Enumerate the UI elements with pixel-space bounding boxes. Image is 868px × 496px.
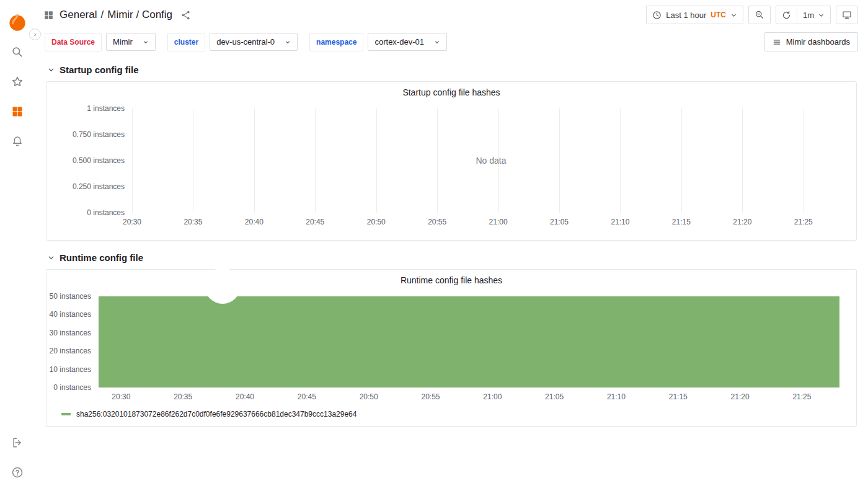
- dashboard-content: Startup config file Startup config file …: [35, 58, 868, 496]
- dashboard-name[interactable]: Mimir / Config: [107, 9, 172, 21]
- y-tick-label: 1 instances: [87, 104, 125, 113]
- x-tick-label: 20:50: [360, 392, 378, 401]
- y-tick-label: 0.500 instances: [73, 156, 125, 165]
- chevron-down-icon: [47, 254, 55, 262]
- no-data-label: No data: [132, 108, 850, 213]
- x-tick-label: 21:05: [545, 392, 564, 401]
- zoom-out-button[interactable]: [748, 6, 771, 24]
- x-tick-label: 21:00: [489, 218, 508, 226]
- x-tick-label: 21:05: [550, 218, 569, 226]
- variable-value-namespace: cortex-dev-01: [374, 37, 423, 46]
- x-axis: 20:3020:3520:4020:4520:5020:5521:0021:05…: [132, 213, 850, 229]
- zoom-out-icon: [755, 10, 764, 20]
- variable-label-cluster: cluster: [167, 33, 205, 51]
- y-axis: 50 instances40 instances30 instances20 i…: [53, 296, 99, 388]
- row-runtime-config[interactable]: Runtime config file: [46, 247, 857, 269]
- panel-runtime-config-hashes: Runtime config file hashes 50 instances4…: [46, 269, 857, 427]
- x-tick-label: 21:10: [611, 218, 629, 226]
- startup-config-chart: 1 instances0.750 instances0.500 instance…: [53, 108, 850, 213]
- x-tick-label: 21:25: [794, 218, 813, 226]
- row-title: Startup config file: [60, 64, 139, 75]
- x-tick-label: 20:45: [306, 218, 324, 226]
- header-actions: Last 1 hour UTC: [646, 6, 858, 24]
- x-tick-label: 20:30: [112, 392, 130, 401]
- mimir-dashboards-label: Mimir dashboards: [786, 37, 850, 46]
- x-tick-label: 20:30: [123, 218, 141, 226]
- refresh-icon: [782, 11, 791, 20]
- plot-area: 20:3020:3520:4020:4520:5020:5521:0021:05…: [99, 296, 850, 388]
- y-tick-label: 0.250 instances: [73, 182, 125, 191]
- variable-label-namespace: namespace: [309, 33, 363, 51]
- clock-icon: [652, 11, 662, 20]
- favorites-star-icon[interactable]: [7, 71, 28, 92]
- chevron-down-icon: [434, 39, 440, 45]
- runtime-config-chart: 50 instances40 instances30 instances20 i…: [53, 296, 850, 388]
- variable-value-datasource: Mimir: [113, 37, 133, 46]
- help-icon[interactable]: [7, 462, 28, 483]
- y-tick-label: 10 instances: [50, 365, 91, 374]
- chevron-down-icon: [285, 39, 291, 45]
- chart-legend: sha256:0320101873072e86f262d7c0df0fe6fe9…: [53, 409, 850, 423]
- menu-icon: [773, 38, 781, 46]
- refresh-interval-select[interactable]: 1m: [797, 6, 830, 24]
- x-tick-label: 21:15: [669, 392, 688, 401]
- x-axis: 20:3020:3520:4020:4520:5020:5521:0021:05…: [99, 388, 850, 404]
- y-tick-label: 0 instances: [53, 383, 91, 392]
- time-range-picker[interactable]: Last 1 hour UTC: [646, 6, 743, 24]
- sign-out-icon[interactable]: [7, 432, 28, 453]
- sidebar-expand-icon[interactable]: ›: [29, 29, 41, 40]
- dashboard-grid-icon: [43, 10, 54, 20]
- cycle-view-button[interactable]: [836, 6, 858, 24]
- share-icon[interactable]: [180, 10, 191, 20]
- x-tick-label: 20:35: [174, 392, 192, 401]
- legend-series-name[interactable]: sha256:0320101873072e86f262d7c0df0fe6fe9…: [76, 410, 356, 418]
- y-tick-label: 20 instances: [50, 347, 91, 355]
- page-title[interactable]: General / Mimir / Config: [60, 9, 172, 21]
- x-tick-label: 21:20: [731, 392, 750, 401]
- search-icon[interactable]: [7, 42, 28, 63]
- dashboards-icon[interactable]: [7, 101, 28, 122]
- chevron-down-icon: [47, 66, 55, 74]
- monitor-icon: [842, 10, 852, 20]
- timezone-label: UTC: [711, 11, 726, 19]
- x-tick-label: 21:15: [672, 218, 691, 226]
- refresh-button[interactable]: [776, 6, 797, 24]
- y-tick-label: 40 instances: [50, 310, 91, 319]
- chevron-down-icon: [730, 12, 737, 19]
- x-tick-label: 21:00: [483, 392, 502, 401]
- x-tick-label: 21:25: [792, 392, 811, 401]
- x-tick-label: 20:35: [184, 218, 202, 226]
- x-tick-label: 20:40: [245, 218, 264, 226]
- row-title: Runtime config file: [60, 252, 143, 263]
- row-startup-config[interactable]: Startup config file: [46, 59, 857, 81]
- panel-title[interactable]: Startup config file hashes: [53, 86, 850, 105]
- series-area: [99, 296, 839, 388]
- time-range-label: Last 1 hour: [666, 11, 706, 20]
- variable-label-datasource: Data Source: [45, 33, 102, 51]
- y-tick-label: 0 instances: [87, 208, 125, 217]
- x-tick-label: 21:20: [733, 218, 751, 226]
- y-tick-label: 50 instances: [50, 292, 91, 301]
- variable-value-cluster: dev-us-central-0: [216, 37, 275, 46]
- mimir-dashboards-button[interactable]: Mimir dashboards: [764, 32, 858, 51]
- variable-select-cluster[interactable]: dev-us-central-0: [210, 33, 298, 51]
- chevron-down-icon: [818, 12, 825, 19]
- refresh-interval-value: 1m: [803, 11, 814, 20]
- plot-area: 20:3020:3520:4020:4520:5020:5521:0021:05…: [132, 108, 850, 213]
- folder-name[interactable]: General: [60, 9, 97, 21]
- legend-swatch[interactable]: [61, 413, 71, 415]
- x-tick-label: 20:40: [236, 392, 254, 401]
- panel-startup-config-hashes: Startup config file hashes 1 instances0.…: [46, 81, 857, 241]
- variable-select-datasource[interactable]: Mimir: [106, 33, 156, 51]
- main-area: General / Mimir / Config Last 1 h: [35, 0, 868, 496]
- sidebar: ›: [0, 0, 35, 496]
- x-tick-label: 20:50: [367, 218, 386, 226]
- dashboard-header: General / Mimir / Config Last 1 h: [35, 0, 868, 30]
- series-gap-circle: [205, 268, 241, 304]
- alerting-bell-icon[interactable]: [7, 131, 28, 152]
- breadcrumb-separator: /: [100, 9, 104, 21]
- grafana-logo-icon[interactable]: [7, 12, 28, 33]
- variable-select-namespace[interactable]: cortex-dev-01: [368, 33, 446, 51]
- panel-title[interactable]: Runtime config file hashes: [53, 273, 850, 293]
- x-tick-label: 20:45: [298, 392, 316, 401]
